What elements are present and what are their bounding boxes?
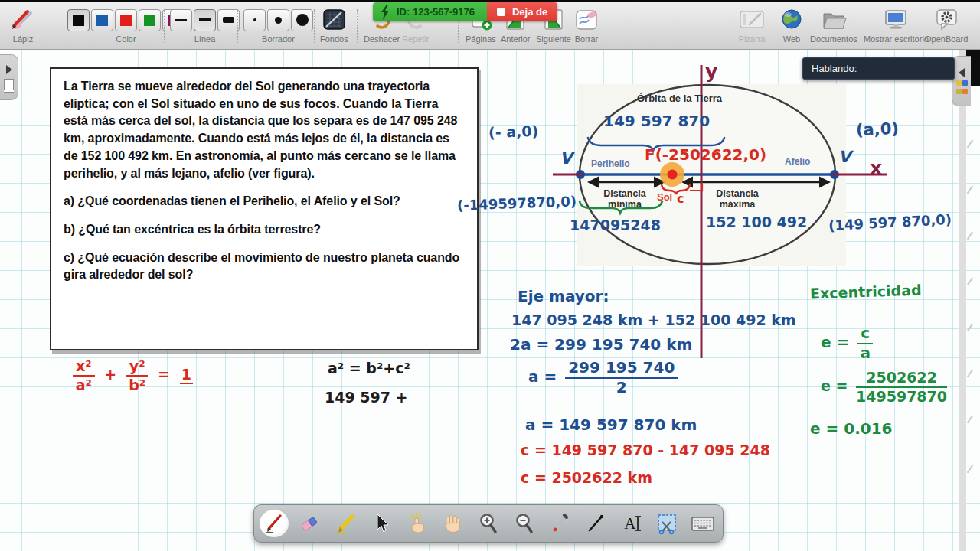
e1-numerator: c [858, 325, 873, 344]
pythagoras-relation: a² = b²+c² [328, 360, 410, 377]
eraser-small-button[interactable] [243, 9, 266, 31]
show-desktop-icon [882, 7, 910, 33]
color-swatch-green[interactable] [139, 9, 161, 31]
right-vertex-v: V [838, 148, 851, 166]
speaking-text: Hablando: [812, 63, 857, 74]
openboard-label: OpenBoard [925, 34, 968, 44]
left-coord-value: (-149597870,0) [457, 193, 577, 213]
palette-text-tool[interactable]: A [616, 507, 648, 540]
toolbar-separator [314, 9, 315, 43]
figure-title: Órbita de la Tierra [637, 93, 722, 104]
medium-line-icon [199, 18, 211, 21]
large-dot-icon [296, 14, 309, 26]
speaking-tooltip: Hablando: [802, 57, 955, 80]
palette-hand-tool[interactable] [436, 507, 469, 540]
e2-denominator: 149597870 [856, 388, 947, 405]
clear-page-icon [573, 7, 600, 33]
sun-dot [668, 170, 678, 180]
toolbar-separator [51, 9, 51, 43]
palette-capture-tool[interactable] [651, 507, 683, 540]
clear-label: Borrar [575, 34, 599, 44]
red-swatch [120, 15, 132, 26]
line-thin-button[interactable] [170, 9, 192, 31]
documents-tool[interactable]: Documentos [810, 7, 858, 44]
edge-item-icon [967, 323, 980, 336]
right-coord-value: (149 597 870,0) [828, 211, 952, 233]
edge-item-icon [967, 415, 980, 428]
line-medium-button[interactable] [194, 9, 216, 31]
sun-glow [660, 162, 684, 187]
toolbar-separator [612, 9, 613, 43]
documents-folder-icon [820, 7, 848, 33]
a-prefix: a = [528, 367, 557, 386]
stop-sharing-button[interactable]: Deja de [487, 2, 557, 21]
question-b: b) ¿Qué tan excéntrica es la órbita terr… [64, 221, 465, 239]
focus-c-label: c [677, 191, 684, 206]
palette-keyboard-tool[interactable] [687, 507, 719, 540]
eraser-group-label: Borrador [262, 34, 295, 44]
a-fraction-denominator: 2 [565, 379, 678, 396]
whiteboard-canvas[interactable]: Órbita de la Tierra Perihelio Afelio Dis… [0, 50, 980, 551]
x-axis-label: x [870, 157, 882, 179]
eraser-icon [298, 512, 321, 535]
color-swatch-red[interactable] [115, 9, 137, 31]
show-desktop-tool[interactable]: Mostrar escritorio [864, 7, 929, 44]
edge-item-icon [967, 185, 980, 198]
folder-mini-icon [956, 80, 962, 86]
eraser-large-button[interactable] [291, 9, 313, 31]
session-banner: ID: 123-567-9176 Deja de [373, 2, 557, 21]
previous-label: Anterior [501, 34, 531, 44]
openboard-gear-icon [933, 7, 959, 33]
palette-zoom-in-tool[interactable] [472, 507, 505, 540]
question-a: a) ¿Qué coordenadas tienen el Perihelio,… [64, 193, 465, 210]
edge-item-icon [967, 369, 980, 382]
clear-page-tool[interactable]: Borrar [573, 7, 600, 44]
page-thumbnails-icon [4, 79, 14, 90]
library-mini-icons [956, 80, 968, 86]
session-id-text: ID: 123-567-9176 [397, 6, 475, 18]
expand-right-icon [6, 65, 12, 74]
color-swatch-black[interactable] [67, 9, 90, 31]
desktop-label: Mostrar escritorio [864, 34, 929, 44]
backgrounds-tool[interactable]: Fondos [320, 7, 348, 44]
expand-left-icon [959, 68, 965, 77]
web-tool[interactable]: Web [779, 7, 804, 44]
pages-label: Páginas [466, 34, 496, 44]
perihelion-vertex-dot [576, 170, 585, 179]
toolbar-separator [164, 9, 165, 43]
x-squared: x² [73, 358, 95, 377]
palette-interact-tool[interactable] [401, 507, 433, 540]
pen-tool[interactable]: Lápiz [8, 7, 38, 44]
line-thick-button[interactable] [217, 9, 240, 31]
problem-statement-box: La Tierra se mueve alrededor del Sol gen… [50, 67, 479, 350]
max-distance-value: 152 100 492 [706, 214, 807, 230]
hand-icon [441, 512, 464, 535]
y-axis-label: y [705, 60, 717, 83]
shape-mini-icon [956, 89, 962, 94]
palette-highlighter-tool[interactable] [329, 507, 361, 540]
palette-pen-tool[interactable] [258, 507, 290, 540]
green-swatch [144, 15, 155, 26]
a-squared: a² [73, 377, 95, 393]
e-substitution: e = 2502622149597870 [821, 370, 947, 404]
palette-eraser-tool[interactable] [293, 507, 325, 540]
palette-line-tool[interactable] [580, 507, 612, 540]
board-tool[interactable]: Pizarra [737, 7, 767, 44]
palette-selector-tool[interactable] [365, 507, 397, 540]
palette-zoom-out-tool[interactable] [508, 507, 541, 540]
pages-panel-tab[interactable] [0, 54, 18, 100]
eraser-medium-button[interactable] [267, 9, 289, 31]
palette-laser-tool[interactable] [544, 507, 576, 540]
partial-sum: 149 597 + [325, 389, 407, 406]
min-distance-line2: mínima [608, 199, 642, 210]
left-vertex-v: V [560, 149, 572, 168]
color-swatch-blue[interactable] [91, 9, 113, 31]
web-globe-icon [779, 7, 804, 33]
right-scroll-strip[interactable] [959, 50, 966, 551]
capture-icon [655, 512, 678, 535]
openboard-menu[interactable]: OpenBoard [925, 7, 968, 44]
left-coord-symbolic: (- a,0) [488, 122, 539, 141]
e2-fraction: 2502622149597870 [856, 370, 947, 404]
aphelion-label: Afelio [785, 156, 810, 167]
stylus-palette: A [253, 504, 724, 543]
